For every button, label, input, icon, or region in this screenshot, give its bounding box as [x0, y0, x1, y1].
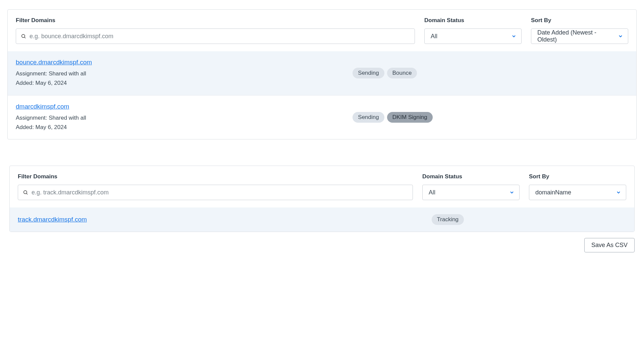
filter-row: Filter Domains Domain Status All Sort By… — [8, 10, 636, 51]
domains-panel-1: Filter Domains Domain Status All Sort By… — [7, 9, 637, 139]
filter-domains-label: Filter Domains — [16, 17, 415, 24]
sort-by-value: domainName — [535, 189, 571, 196]
domain-status-value: All — [431, 33, 437, 40]
domain-status-select[interactable]: All — [424, 28, 522, 44]
status-badge: Tracking — [432, 214, 464, 225]
sort-by-select[interactable]: Date Added (Newest - Oldest) — [531, 28, 628, 44]
sort-by-label: Sort By — [531, 17, 628, 24]
status-badge: Sending — [353, 112, 384, 123]
status-badge: Sending — [353, 68, 384, 78]
filter-domains-input-wrap[interactable] — [16, 28, 415, 44]
filter-domains-group: Filter Domains — [16, 17, 415, 44]
domain-status-select[interactable]: All — [422, 185, 520, 200]
sort-by-group: Sort By Date Added (Newest - Oldest) — [531, 17, 628, 44]
sort-by-group: Sort By domainName — [529, 173, 626, 200]
chevron-down-icon — [618, 34, 623, 39]
domain-badges: Sending DKIM Signing — [353, 112, 432, 123]
sort-by-label: Sort By — [529, 173, 626, 180]
domain-status-label: Domain Status — [422, 173, 520, 180]
domain-badges: Tracking — [432, 214, 464, 225]
domain-row-info: bounce.dmarcdkimspf.com Assignment: Shar… — [16, 59, 353, 88]
domain-added: Added: May 6, 2024 — [16, 123, 353, 132]
domain-status-value: All — [429, 189, 435, 196]
chevron-down-icon — [511, 34, 517, 39]
domain-row-info: dmarcdkimspf.com Assignment: Shared with… — [16, 103, 353, 132]
sort-by-value: Date Added (Newest - Oldest) — [537, 29, 613, 43]
status-badge: DKIM Signing — [387, 112, 433, 123]
domain-added: Added: May 6, 2024 — [16, 79, 353, 87]
domain-link[interactable]: bounce.dmarcdkimspf.com — [16, 59, 92, 66]
filter-domains-label: Filter Domains — [18, 173, 413, 180]
domains-panel-2: Filter Domains Domain Status All Sort By… — [9, 166, 635, 232]
save-as-csv-button[interactable]: Save As CSV — [584, 238, 635, 252]
search-icon — [21, 34, 26, 39]
svg-line-3 — [26, 193, 28, 194]
domain-row-info: track.dmarcdkimspf.com — [18, 216, 432, 223]
sort-by-select[interactable]: domainName — [529, 185, 626, 200]
status-badge: Bounce — [387, 68, 417, 78]
domain-status-group: Domain Status All — [424, 17, 522, 44]
domain-row: track.dmarcdkimspf.com Tracking — [10, 207, 634, 232]
domain-badges: Sending Bounce — [353, 68, 417, 78]
domain-row: dmarcdkimspf.com Assignment: Shared with… — [8, 95, 636, 139]
domain-status-label: Domain Status — [424, 17, 522, 24]
filter-domains-input-wrap[interactable] — [18, 185, 413, 200]
domain-link[interactable]: track.dmarcdkimspf.com — [18, 216, 87, 223]
filter-domains-input[interactable] — [16, 29, 415, 44]
search-icon — [23, 190, 28, 195]
svg-point-0 — [22, 35, 25, 38]
svg-point-2 — [24, 191, 27, 194]
actions-row: Save As CSV — [0, 238, 635, 252]
filter-domains-input[interactable] — [18, 185, 413, 200]
filter-domains-group: Filter Domains — [18, 173, 413, 200]
chevron-down-icon — [616, 190, 621, 195]
chevron-down-icon — [509, 190, 515, 195]
domain-assignment: Assignment: Shared with all — [16, 69, 353, 78]
domain-assignment: Assignment: Shared with all — [16, 114, 353, 122]
domain-link[interactable]: dmarcdkimspf.com — [16, 103, 69, 110]
domain-status-group: Domain Status All — [422, 173, 520, 200]
svg-line-1 — [24, 37, 25, 38]
filter-row: Filter Domains Domain Status All Sort By… — [10, 166, 634, 207]
domain-row: bounce.dmarcdkimspf.com Assignment: Shar… — [8, 51, 636, 95]
